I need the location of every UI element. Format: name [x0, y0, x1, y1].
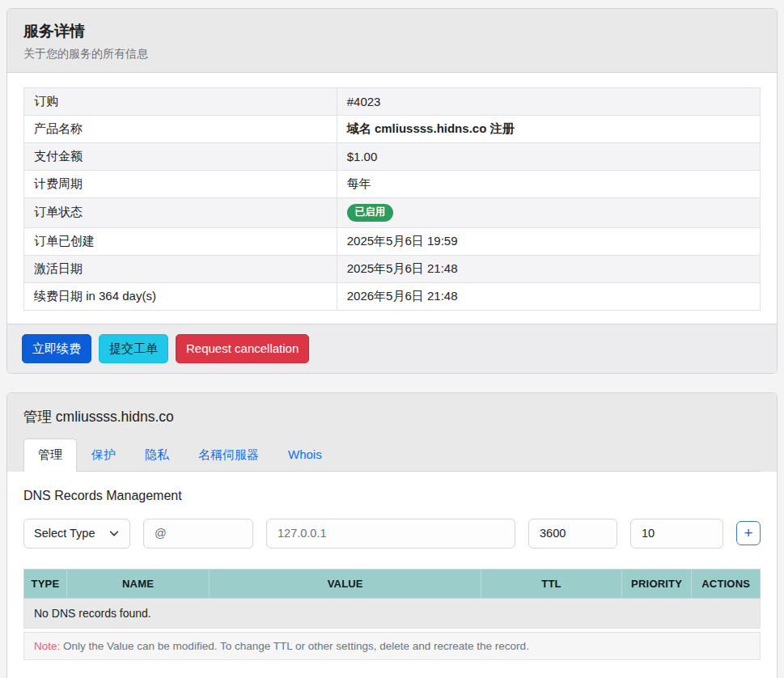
request-cancellation-button[interactable]: Request cancellation: [176, 334, 309, 363]
service-card-header: 服务详情 关于您的服务的所有信息: [7, 9, 777, 73]
dns-section-title: DNS Records Management: [23, 489, 761, 503]
renew-now-button[interactable]: 立即续费: [22, 334, 91, 363]
column-header-ttl: TTL: [481, 569, 622, 598]
row-label: 激活日期: [24, 255, 337, 282]
record-value-input[interactable]: [266, 519, 515, 549]
row-label: 订单已创建: [24, 227, 337, 255]
tab-protection[interactable]: 保护: [77, 439, 130, 472]
row-label: 订购: [24, 88, 337, 116]
column-header-value: VALUE: [210, 569, 481, 598]
service-card-body: 订购 #4023 产品名称 域名 cmliussss.hidns.co 注册 支…: [7, 73, 777, 324]
table-row: 产品名称 域名 cmliussss.hidns.co 注册: [24, 116, 761, 143]
row-value: #4023: [337, 88, 760, 116]
row-value: 每年: [337, 171, 760, 198]
tab-manage[interactable]: 管理: [23, 439, 77, 472]
record-priority-input[interactable]: [630, 519, 723, 549]
note-label: Note:: [34, 640, 60, 652]
row-value: 2026年5月6日 21:48: [337, 282, 760, 310]
record-type-select[interactable]: Select Type: [23, 519, 130, 549]
dns-note: Note: Only the Value can be modified. To…: [23, 632, 761, 660]
add-record-button[interactable]: +: [736, 521, 761, 545]
manage-card-body: DNS Records Management Select Type + TYP…: [7, 472, 777, 678]
row-label: 订单状态: [24, 198, 337, 228]
row-value: $1.00: [337, 143, 760, 171]
table-row: 订购 #4023: [24, 88, 761, 116]
empty-state-message: No DNS records found.: [24, 598, 761, 628]
dns-table-header-row: TYPE NAME VALUE TTL PRIORITY ACTIONS: [24, 569, 761, 598]
record-type-selected-value: Select Type: [34, 527, 95, 540]
product-name-value: 域名 cmliussss.hidns.co 注册: [337, 116, 760, 143]
row-label: 续费日期 in 364 day(s): [24, 282, 337, 310]
table-row: 激活日期 2025年5月6日 21:48: [24, 255, 761, 282]
submit-ticket-button[interactable]: 提交工单: [99, 334, 168, 363]
row-label: 支付金额: [24, 143, 337, 171]
chevron-down-icon: [108, 528, 120, 539]
note-text: Only the Value can be modified. To chang…: [60, 640, 529, 652]
row-value: 已启用: [337, 198, 760, 228]
manage-card-header: 管理 cmliussss.hidns.co 管理 保护 隐私 名稱伺服器 Who…: [7, 393, 777, 472]
dns-records-table: TYPE NAME VALUE TTL PRIORITY ACTIONS No …: [23, 569, 761, 629]
dns-add-record-form: Select Type +: [23, 519, 761, 549]
manage-domain-card: 管理 cmliussss.hidns.co 管理 保护 隐私 名稱伺服器 Who…: [6, 392, 778, 678]
status-badge: 已启用: [347, 204, 394, 222]
service-details-table: 订购 #4023 产品名称 域名 cmliussss.hidns.co 注册 支…: [23, 87, 761, 311]
table-row: 订单状态 已启用: [24, 198, 761, 228]
record-ttl-input[interactable]: [528, 519, 617, 549]
row-label: 计费周期: [24, 171, 337, 198]
tab-privacy[interactable]: 隐私: [130, 439, 184, 472]
dns-empty-row: No DNS records found.: [24, 598, 761, 628]
table-row: 订单已创建 2025年5月6日 19:59: [24, 227, 761, 255]
service-details-card: 服务详情 关于您的服务的所有信息 订购 #4023 产品名称 域名 cmlius…: [6, 8, 778, 374]
service-card-footer: 立即续费 提交工单 Request cancellation: [7, 324, 777, 373]
record-name-input[interactable]: [143, 519, 253, 549]
column-header-actions: ACTIONS: [692, 569, 761, 598]
table-row: 续费日期 in 364 day(s) 2026年5月6日 21:48: [24, 282, 761, 310]
row-value: 2025年5月6日 19:59: [337, 227, 760, 255]
tab-whois[interactable]: Whois: [273, 439, 337, 472]
column-header-name: NAME: [66, 569, 210, 598]
page-subtitle: 关于您的服务的所有信息: [23, 47, 761, 61]
manage-tabs: 管理 保护 隐私 名稱伺服器 Whois: [23, 439, 761, 472]
tab-nameservers[interactable]: 名稱伺服器: [184, 439, 273, 472]
column-header-type: TYPE: [24, 569, 67, 598]
table-row: 支付金额 $1.00: [24, 143, 761, 171]
manage-title: 管理 cmliussss.hidns.co: [23, 407, 761, 426]
table-row: 计费周期 每年: [24, 171, 761, 198]
row-value: 2025年5月6日 21:48: [337, 255, 760, 282]
row-label: 产品名称: [24, 116, 337, 143]
column-header-priority: PRIORITY: [621, 569, 691, 598]
page-title: 服务详情: [23, 21, 761, 42]
